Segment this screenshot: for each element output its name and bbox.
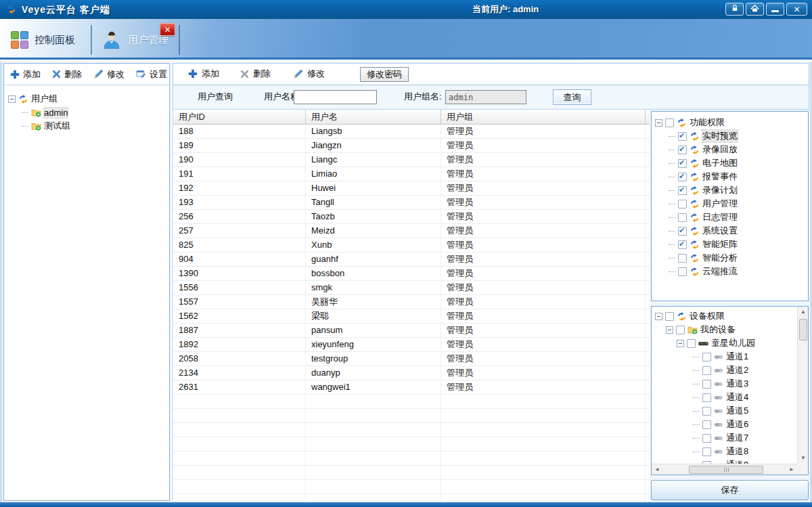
column-header-userid[interactable]: 用户ID [173,110,306,124]
table-row[interactable]: 904guanhf管理员 [173,252,650,267]
checkbox[interactable] [665,118,674,127]
table-row[interactable]: 1556smgk管理员 [173,281,650,295]
tree-node-channel[interactable]: 通道5 [655,404,797,418]
tree-node-channel[interactable]: 通道7 [655,431,797,445]
checkbox[interactable] [678,227,687,236]
lock-button[interactable] [725,3,744,16]
table-row[interactable]: 1390bossbon管理员 [173,267,650,281]
group-add-button[interactable]: 添加 [10,68,41,81]
group-delete-button[interactable]: 删除 [52,68,82,81]
table-row[interactable]: 256Taozb管理员 [173,210,650,224]
checkbox[interactable] [678,146,687,154]
checkbox[interactable] [678,173,687,181]
close-button[interactable]: ✕ [786,3,807,16]
checkbox[interactable] [678,132,687,141]
change-password-button[interactable]: 修改密码 [360,67,409,82]
tree-node-channel[interactable]: 通道8 [655,445,797,458]
tree-node-user-group-root[interactable]: 用户组 [8,92,166,106]
checkbox[interactable] [678,200,687,208]
tree-node-function-permission[interactable]: 录像计划 [655,183,807,197]
horizontal-scrollbar[interactable]: ◄ ► [652,464,797,475]
user-modify-button[interactable]: 修改 [293,68,325,80]
table-row[interactable]: 2134duanyp管理员 [173,366,650,380]
checkbox[interactable] [665,312,674,321]
table-row[interactable]: 825Xunb管理员 [173,238,650,252]
tree-node-channel[interactable]: 通道1 [655,350,797,363]
tab-close-button[interactable]: ✕ [160,23,175,36]
checkbox[interactable] [702,447,711,456]
group-settings-button[interactable]: 设置 [136,68,167,81]
tree-node-device-permissions-root[interactable]: 设备权限 [655,309,797,323]
tree-node-channel[interactable]: 通道4 [655,391,797,404]
column-header-usergroup[interactable]: 用户组 [441,110,646,124]
column-header-username[interactable]: 用户名 [306,110,441,124]
minimize-button[interactable] [766,3,784,16]
table-row[interactable]: 1557吴丽华管理员 [173,295,650,309]
home-button[interactable] [746,3,764,16]
tree-node-admin-group[interactable]: admin [8,106,166,119]
tree-node-channel[interactable]: 通道3 [655,377,797,391]
checkbox[interactable] [702,353,711,361]
scroll-left-icon[interactable]: ◄ [652,464,662,475]
scroll-down-icon[interactable]: ▼ [798,453,809,464]
tree-node-function-permission[interactable]: 报警事件 [655,170,807,183]
vertical-scrollbar[interactable]: ▲ ▼ [797,307,808,464]
tab-control-panel[interactable]: 控制面板 [4,24,82,56]
table-row[interactable]: 257Meizd管理员 [173,224,650,238]
collapse-icon[interactable] [677,340,684,347]
tree-node-function-permission[interactable]: 智能分析 [655,251,807,265]
checkbox[interactable] [702,434,711,443]
query-button[interactable]: 查询 [553,89,591,105]
table-row[interactable]: 192Huwei管理员 [173,181,650,196]
checkbox[interactable] [702,393,711,402]
group-modify-button[interactable]: 修改 [93,68,125,81]
tree-node-function-permission[interactable]: 录像回放 [655,143,807,156]
collapse-icon[interactable] [655,313,662,320]
checkbox[interactable] [702,420,711,429]
checkbox[interactable] [702,366,711,375]
tree-node-my-devices[interactable]: 我的设备 [655,323,797,336]
checkbox[interactable] [702,380,711,389]
table-row[interactable]: 193Tangll管理员 [173,196,650,210]
tree-node-function-permission[interactable]: 智能矩阵 [655,238,807,251]
tree-node-test-group[interactable]: 测试组 [8,119,166,133]
user-delete-button[interactable]: 删除 [240,68,271,80]
checkbox[interactable] [702,407,711,416]
tree-node-function-permissions-root[interactable]: 功能权限 [655,116,807,129]
table-row[interactable]: 1892xieyunfeng管理员 [173,338,650,352]
tree-node-device-group[interactable]: 童星幼儿园 [655,336,797,350]
tree-node-channel[interactable]: 通道9 [655,458,797,464]
tree-node-channel[interactable]: 通道2 [655,363,797,377]
username-input[interactable] [294,90,377,104]
scroll-up-icon[interactable]: ▲ [798,307,809,317]
scroll-right-icon[interactable]: ► [786,464,797,475]
tree-node-function-permission[interactable]: 系统设置 [655,224,807,238]
checkbox[interactable] [687,339,696,348]
checkbox[interactable] [678,186,687,195]
tree-node-channel[interactable]: 通道6 [655,418,797,431]
horizontal-scroll-thumb[interactable] [689,466,763,474]
checkbox[interactable] [676,326,685,334]
group-name-input[interactable] [445,90,526,104]
table-row[interactable]: 2058testgroup管理员 [173,352,650,366]
user-add-button[interactable]: 添加 [188,68,219,80]
table-row[interactable]: 191Limiao管理员 [173,167,650,181]
collapse-icon[interactable] [666,326,673,334]
table-row[interactable]: 189Jiangzn管理员 [173,139,650,153]
collapse-icon[interactable] [8,95,16,103]
table-row[interactable]: 1887pansum管理员 [173,324,650,338]
tree-node-function-permission[interactable]: 云端推流 [655,265,807,278]
tree-node-function-permission[interactable]: 实时预览 [655,129,807,143]
checkbox[interactable] [678,213,687,222]
tree-node-function-permission[interactable]: 用户管理 [655,197,807,211]
collapse-icon[interactable] [655,119,662,127]
vertical-scroll-thumb[interactable] [799,319,807,340]
table-row[interactable]: 1562梁聪管理员 [173,309,650,324]
tree-node-function-permission[interactable]: 电子地图 [655,156,807,170]
checkbox[interactable] [678,267,687,276]
checkbox[interactable] [678,254,687,263]
table-row[interactable]: 188Liangsb管理员 [173,125,650,139]
save-button[interactable]: 保存 [651,480,809,500]
table-row[interactable]: 2631wangwei1管理员 [173,380,650,395]
checkbox[interactable] [678,159,687,168]
